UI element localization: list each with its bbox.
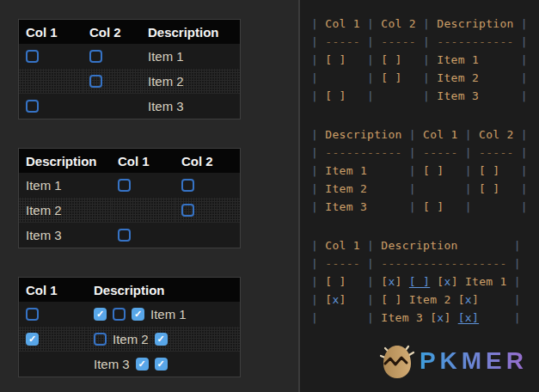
code-token: | <box>458 146 479 159</box>
code-token: | <box>444 164 479 177</box>
code-token: ----- <box>423 146 458 159</box>
table-cell <box>175 198 240 223</box>
table-cell: Item 2 <box>19 198 111 223</box>
code-token: Item 3 <box>437 89 479 102</box>
code-token: Item 2 <box>437 71 479 84</box>
code-token: [ ] <box>479 182 499 195</box>
code-token: Col 1 <box>423 128 458 141</box>
rendered-table-2: DescriptionCol 1Col 2Item 1Item 2Item 3 <box>18 148 241 248</box>
code-line: | Item 3 | [ ] | | <box>311 198 539 216</box>
task-checkbox-unchecked[interactable] <box>118 179 131 192</box>
code-token: | <box>311 275 325 288</box>
code-token: | <box>311 53 325 66</box>
column-header: Col 2 <box>175 149 240 173</box>
table-row: Item 2 <box>19 198 240 223</box>
code-token: | <box>311 128 325 141</box>
checkbox-link-token[interactable]: [x] <box>458 311 479 324</box>
task-checkbox-checked[interactable] <box>94 308 107 321</box>
table-row: Item 2 <box>19 69 240 94</box>
code-token: | <box>514 17 528 30</box>
code-token: | <box>479 89 528 102</box>
task-checkbox-unchecked[interactable] <box>113 308 126 321</box>
pkmer-egg-icon <box>379 340 415 382</box>
task-checkbox-unchecked[interactable] <box>94 333 107 346</box>
code-line: | ----------- | ----- | ----- | <box>311 144 539 162</box>
code-token: ----------- <box>437 35 513 48</box>
table-cell <box>175 173 240 198</box>
task-checkbox-checked[interactable] <box>26 333 39 346</box>
table-cell: Item 3 <box>19 223 111 248</box>
code-token: | <box>402 128 423 141</box>
code-token: | <box>360 239 381 252</box>
task-checkbox-checked[interactable] <box>155 333 168 346</box>
code-token: ] <box>340 293 346 306</box>
table-cell: Item 1 <box>141 44 240 69</box>
pkmer-brand-text: PKMER <box>420 349 528 373</box>
cell-text: Item 3 <box>148 99 184 113</box>
code-token: [ ] <box>381 53 401 66</box>
code-token: ----- <box>325 257 360 270</box>
code-token: | <box>346 275 382 288</box>
checkbox-link-token[interactable]: [_] <box>409 275 430 288</box>
cell-text: Item 1 <box>148 49 184 64</box>
column-header: Description <box>141 20 240 44</box>
code-token: | <box>311 239 325 252</box>
table-cell <box>19 44 83 69</box>
task-checkbox-unchecked[interactable] <box>26 50 39 63</box>
cell-text: Item 2 <box>148 74 184 89</box>
column-header: Col 1 <box>19 20 83 44</box>
code-token: | <box>479 71 528 84</box>
markdown-source-block: | Description | Col 1 | Col 2 || -------… <box>311 126 539 216</box>
code-token: [ ] <box>325 89 346 102</box>
rendered-table-3: Col 1DescriptionItem 1Item 2Item 3 <box>18 277 241 377</box>
task-checkbox-unchecked[interactable] <box>89 75 102 88</box>
code-line: | | [ ] | Item 2 | <box>311 69 539 87</box>
code-token: | <box>311 35 325 48</box>
code-token: | <box>311 164 325 177</box>
table-cell <box>19 94 83 119</box>
code-token: | <box>346 53 382 66</box>
markdown-source-block: | Col 1 | Description || ----- | -------… <box>311 236 539 327</box>
code-token: | <box>499 182 528 195</box>
code-token: | | <box>311 311 381 324</box>
task-checkbox-unchecked[interactable] <box>89 50 102 63</box>
table-row: Item 1 <box>19 173 240 198</box>
task-checkbox-checked[interactable] <box>132 308 144 321</box>
code-token: | <box>346 293 382 306</box>
task-checkbox-checked[interactable] <box>136 358 149 371</box>
code-token: ] <box>444 311 457 324</box>
code-line: | Description | Col 1 | Col 2 | <box>311 126 539 144</box>
code-token: [ <box>430 275 444 288</box>
cell-text: Item 3 <box>26 228 62 242</box>
task-checkbox-unchecked[interactable] <box>118 229 131 242</box>
code-token: | <box>507 275 521 288</box>
code-token: Col 1 <box>325 239 360 252</box>
code-token: Item 1 <box>437 53 479 66</box>
code-token: [ ] <box>423 200 444 213</box>
column-header: Col 1 <box>111 149 175 173</box>
task-checkbox-unchecked[interactable] <box>26 308 39 321</box>
task-checkbox-checked[interactable] <box>155 358 168 371</box>
task-checkbox-unchecked[interactable] <box>181 179 194 192</box>
task-checkbox-unchecked[interactable] <box>26 100 39 113</box>
code-token: Item 3 <box>325 200 367 213</box>
code-line: | [ ] | [ ] | Item 1 | <box>311 51 539 69</box>
code-token: x <box>465 293 472 306</box>
pkmer-watermark: PKMER <box>379 340 528 382</box>
markdown-source-block: | Col 1 | Col 2 | Description || ----- |… <box>311 15 539 105</box>
code-line: | Col 1 | Description | <box>311 236 539 254</box>
task-checkbox-unchecked[interactable] <box>181 204 194 217</box>
table-cell: Item 1 <box>19 173 111 198</box>
code-token: ] Item 1 <box>451 275 507 288</box>
code-token: | <box>360 257 381 270</box>
code-token: ----- <box>479 146 514 159</box>
code-line: | ----- | ----- | ----------- | <box>311 33 539 51</box>
code-token: | <box>514 35 528 48</box>
table-row: Item 3 <box>19 94 240 119</box>
table-cell <box>19 69 83 94</box>
code-token: Item 1 <box>325 164 367 177</box>
table-cell <box>83 44 141 69</box>
code-token: | | <box>444 200 528 213</box>
table-row: Item 1 <box>19 302 240 327</box>
code-token: ----------- <box>325 146 401 159</box>
